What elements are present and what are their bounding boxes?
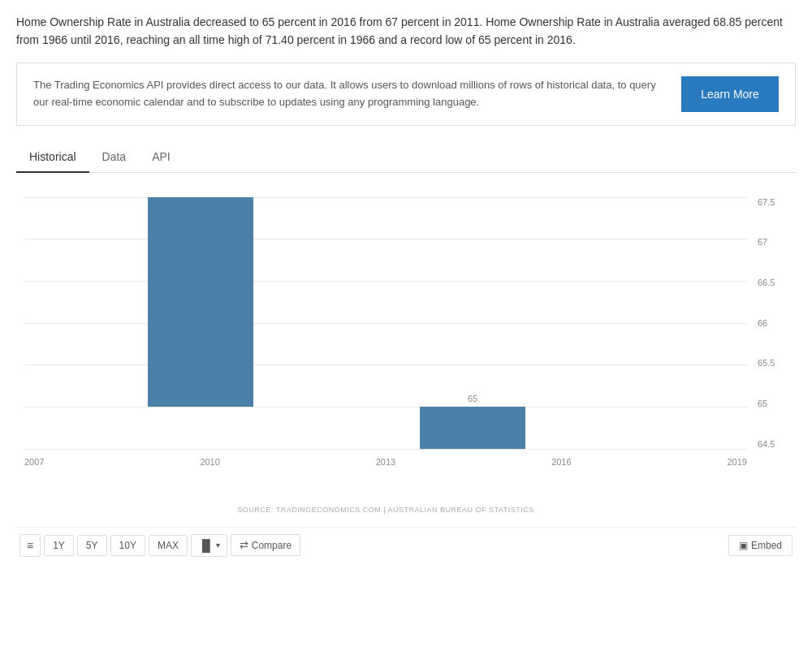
max-button[interactable]: MAX [149, 535, 188, 556]
1y-button[interactable]: 1Y [44, 535, 74, 556]
toolbar-left: ≡ 1Y 5Y 10Y MAX ▐▌ ▾ ⇄ Compare [19, 534, 300, 557]
toolbar-right: ▣ Embed [728, 535, 793, 556]
x-label-2007: 2007 [24, 457, 44, 467]
y-label-67-5: 67.5 [758, 197, 775, 207]
api-banner-text: The Trading Economics API provides direc… [33, 77, 665, 111]
y-label-64-5: 64.5 [758, 439, 775, 449]
main-container: Home Ownership Rate in Australia decreas… [0, 0, 812, 576]
y-label-65: 65 [758, 399, 767, 408]
tab-historical[interactable]: Historical [16, 142, 89, 173]
api-banner: The Trading Economics API provides direc… [16, 63, 796, 126]
bar-2016 [420, 407, 525, 449]
tab-api[interactable]: API [139, 142, 184, 173]
compare-label: Compare [252, 540, 292, 551]
bar-2011 [148, 197, 253, 407]
description-text: Home Ownership Rate in Australia decreas… [16, 13, 796, 50]
chart-source: SOURCE: TRADINGECONOMICS.COM | AUSTRALIA… [24, 506, 747, 514]
y-axis: 67.5 67 66.5 66 65.5 65 64.5 [751, 197, 796, 449]
tabs-container: Historical Data API [16, 142, 796, 173]
chart-type-icon: ▐▌ [198, 539, 214, 552]
x-label-2019: 2019 [728, 457, 747, 467]
grid-line-6 [24, 449, 747, 450]
chart-container: 67 65 67.5 67 66.5 66 65.5 65 64.5 2007 … [16, 189, 796, 498]
y-label-66: 66 [758, 318, 767, 328]
menu-icon-button[interactable]: ≡ [19, 534, 41, 557]
chart-toolbar: ≡ 1Y 5Y 10Y MAX ▐▌ ▾ ⇄ Compare ▣ Embed [16, 527, 796, 563]
chart-type-arrow: ▾ [216, 541, 220, 550]
x-label-2010: 2010 [200, 457, 219, 467]
learn-more-button[interactable]: Learn More [681, 76, 779, 112]
y-label-67: 67 [758, 237, 767, 247]
compare-button[interactable]: ⇄ Compare [231, 534, 300, 556]
x-label-2016: 2016 [551, 457, 571, 467]
x-axis: 2007 2010 2013 2016 2019 [24, 457, 747, 489]
embed-label: Embed [751, 540, 782, 551]
y-label-66-5: 66.5 [758, 278, 775, 287]
x-label-2013: 2013 [376, 457, 395, 467]
bar-2016-label: 65 [468, 394, 477, 403]
embed-button[interactable]: ▣ Embed [728, 535, 793, 556]
chart-type-button[interactable]: ▐▌ ▾ [191, 534, 227, 557]
10y-button[interactable]: 10Y [110, 535, 145, 556]
chart-svg: 67 65 [24, 197, 747, 449]
y-label-65-5: 65.5 [758, 358, 775, 368]
embed-icon: ▣ [739, 540, 748, 551]
compare-icon: ⇄ [240, 539, 248, 551]
tab-data[interactable]: Data [89, 142, 140, 173]
5y-button[interactable]: 5Y [77, 535, 107, 556]
